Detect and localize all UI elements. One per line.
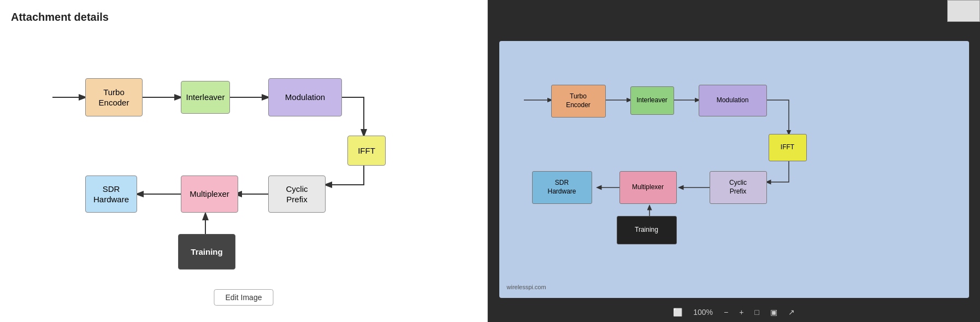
- block-multiplexer: Multiplexer: [181, 175, 238, 213]
- right-block-multiplexer: Multiplexer: [619, 171, 677, 204]
- right-arrows: [499, 41, 969, 298]
- fit-screen-icon[interactable]: □: [754, 308, 759, 317]
- block-turbo-encoder: TurboEncoder: [85, 78, 143, 116]
- block-cyclic-prefix: CyclicPrefix: [268, 175, 326, 213]
- block-training: Training: [178, 234, 235, 270]
- right-image-container: TurboEncoder Interleaver Modulation IFFT…: [499, 41, 969, 298]
- right-block-interleaver: Interleaver: [630, 86, 674, 115]
- zoom-in-icon[interactable]: +: [739, 308, 743, 317]
- right-block-training: Training: [617, 216, 677, 244]
- monitor-icon[interactable]: ⬜: [673, 308, 682, 317]
- right-block-sdr-hardware: SDRHardware: [532, 171, 592, 204]
- block-interleaver: Interleaver: [181, 81, 230, 114]
- block-modulation: Modulation: [268, 78, 342, 116]
- actual-size-icon[interactable]: ▣: [770, 308, 777, 317]
- right-block-ifft: IFFT: [769, 134, 807, 161]
- zoom-level: 100%: [693, 308, 713, 317]
- left-diagram: TurboEncoder Interleaver Modulation IFFT…: [20, 40, 468, 302]
- panel-title: Attachment details: [11, 11, 476, 24]
- right-diagram: TurboEncoder Interleaver Modulation IFFT…: [499, 41, 969, 298]
- right-panel: TurboEncoder Interleaver Modulation IFFT…: [488, 0, 980, 322]
- right-toolbar: ⬜ 100% − + □ ▣ ↗: [488, 308, 980, 317]
- right-block-turbo-encoder: TurboEncoder: [551, 85, 606, 118]
- block-sdr-hardware: SDRHardware: [85, 175, 137, 213]
- right-block-cyclic-prefix: CyclicPrefix: [710, 171, 767, 204]
- right-block-modulation: Modulation: [699, 85, 767, 116]
- block-ifft: IFFT: [347, 136, 386, 166]
- edit-image-button[interactable]: Edit Image: [214, 289, 274, 306]
- thumbnail-preview: [947, 0, 980, 22]
- fullscreen-icon[interactable]: ↗: [788, 308, 795, 317]
- left-panel: Attachment details: [0, 0, 488, 322]
- watermark: wirelesspi.com: [507, 284, 546, 290]
- zoom-out-icon[interactable]: −: [724, 308, 728, 317]
